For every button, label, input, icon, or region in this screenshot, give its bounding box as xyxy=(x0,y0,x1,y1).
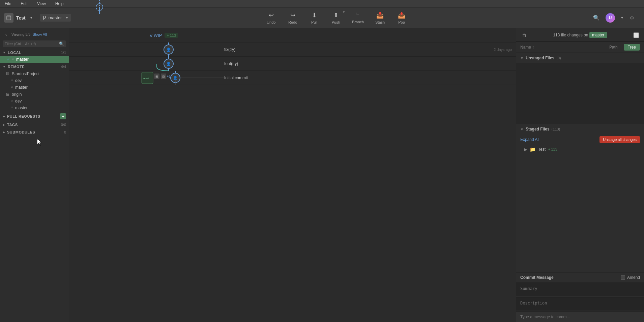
view-tabs: Name ↕ Path Tree xyxy=(516,42,644,53)
user-avatar[interactable]: U xyxy=(606,13,615,23)
redo-button[interactable]: ↪ Redo xyxy=(283,9,303,27)
unstaged-count: (0) xyxy=(556,56,561,60)
local-section-header[interactable]: ▼ LOCAL 1/1 xyxy=(0,49,69,56)
wip-bar[interactable]: // WIP + 113 xyxy=(69,28,516,42)
local-count: 1/1 xyxy=(61,51,66,55)
local-master-label: master xyxy=(16,57,29,62)
commit-description-input[interactable] xyxy=(516,297,644,311)
submodules-count: 0 xyxy=(64,130,66,134)
commit-submit-row xyxy=(516,312,644,322)
sidebar: ‹ Viewing 5/5 Show All 🔍 ▼ LOCAL 1/1 ✓ ⑂… xyxy=(0,28,69,322)
sidebar-remote-stardustproject[interactable]: 🖥 StardustProject xyxy=(0,70,69,77)
commit-message-initial: Initial commit xyxy=(224,76,248,80)
undo-button[interactable]: ↩ Undo xyxy=(261,9,281,27)
test-folder-name: Test xyxy=(538,147,546,152)
sidebar-remote-stardust-master[interactable]: ⑂ master xyxy=(0,84,69,91)
user-dropdown-arrow: ▼ xyxy=(620,16,624,20)
amend-checkbox[interactable] xyxy=(621,275,625,280)
add-pr-button[interactable]: + xyxy=(60,113,66,119)
staged-section-header[interactable]: ▼ Staged Files (113) xyxy=(516,124,644,134)
repo-icon xyxy=(4,13,13,23)
sidebar-remote-origin-dev[interactable]: ⑂ dev xyxy=(0,98,69,105)
filter-search-icon: 🔍 xyxy=(59,41,64,46)
redo-label: Redo xyxy=(288,20,297,24)
commit-row-initial[interactable]: mast... ⊞ ⊡ +1 👤 Initial commit xyxy=(69,71,516,85)
main-layout: ‹ Viewing 5/5 Show All 🔍 ▼ LOCAL 1/1 ✓ ⑂… xyxy=(0,28,644,322)
branch-button[interactable]: ⑂ Branch xyxy=(347,9,369,27)
commit-summary-input[interactable] xyxy=(516,283,644,296)
unstaged-toggle-icon: ▼ xyxy=(520,56,524,60)
stardustproject-label: StardustProject xyxy=(12,71,39,76)
sidebar-item-local-master[interactable]: ✓ ⑂ master xyxy=(0,56,69,63)
remote-branch-icon-1: ⑂ xyxy=(11,79,13,83)
origin-master-icon: ⑂ xyxy=(11,106,13,110)
panel-expand-icon[interactable]: ⬜ xyxy=(632,31,640,39)
commit-row-fix[interactable]: 👤 fix(try) 2 days ago xyxy=(69,42,516,57)
pr-toggle-icon: ▶ xyxy=(3,115,5,118)
menu-help[interactable]: Help xyxy=(53,1,66,7)
file-count-info: 113 file changes on master xyxy=(531,33,629,37)
remote-section-header[interactable]: ▼ REMOTE 4/4 xyxy=(0,63,69,70)
stash-button[interactable]: 📥 Stash xyxy=(370,9,390,27)
branch-icon: ⑂ xyxy=(356,11,360,19)
local-branch-icon: ⑂ xyxy=(12,57,14,61)
redo-icon: ↪ xyxy=(290,11,295,19)
pr-section-title: PULL REQUESTS xyxy=(7,114,40,118)
menu-edit[interactable]: Edit xyxy=(19,1,30,7)
local-toggle-icon: ▼ xyxy=(3,51,6,54)
settings-icon[interactable]: ⚙ xyxy=(628,14,636,22)
server-icon: 🖥 xyxy=(5,71,10,76)
remote-count: 4/4 xyxy=(61,65,66,69)
menu-view[interactable]: View xyxy=(35,1,48,7)
pull-button[interactable]: ⬇ Pull xyxy=(304,9,324,27)
svg-rect-0 xyxy=(7,16,11,20)
amend-row: Amend xyxy=(621,275,640,280)
filter-row: 🔍 xyxy=(3,40,66,47)
sort-icon: ↕ xyxy=(532,45,534,50)
sidebar-remote-origin-master[interactable]: ⑂ master xyxy=(0,105,69,111)
show-all-link[interactable]: Show All xyxy=(33,32,47,36)
folder-icon: 📁 xyxy=(530,147,535,152)
commit-submit-input[interactable] xyxy=(520,315,640,319)
commit-message-fix: fix(try) xyxy=(224,47,235,52)
branch-check-icon: ✓ xyxy=(7,57,10,62)
expand-all-link[interactable]: Expand All xyxy=(520,137,539,142)
sidebar-remote-stardust-dev[interactable]: ⑂ dev xyxy=(0,77,69,84)
submodules-section-header[interactable]: ▶ SUBMODULES 0 xyxy=(0,128,69,136)
unstaged-section-header[interactable]: ▼ Unstaged Files (0) xyxy=(516,53,644,63)
repo-dropdown-arrow: ▼ xyxy=(30,16,33,20)
branch-selector[interactable]: master ▼ xyxy=(40,14,71,22)
name-sort-label: Name xyxy=(520,45,531,50)
add-plus-icon: + xyxy=(548,147,550,151)
pop-button[interactable]: 📤 Pop xyxy=(391,9,412,27)
origin-server-icon: 🖥 xyxy=(5,92,10,97)
file-tree-item-test[interactable]: ▶ 📁 Test + 113 xyxy=(516,145,644,154)
folder-expand-icon: ▶ xyxy=(524,147,527,152)
commit-info-fix: fix(try) 2 days ago xyxy=(224,47,512,52)
remote-section-title: REMOTE xyxy=(8,65,25,69)
pull-requests-header[interactable]: ▶ PULL REQUESTS + xyxy=(0,111,69,121)
sidebar-remote-origin[interactable]: 🖥 origin xyxy=(0,91,69,98)
add-count-value: 113 xyxy=(551,147,557,151)
staged-count: (113) xyxy=(552,127,560,131)
global-search-button[interactable]: 🔍 xyxy=(591,13,602,23)
commit-graph-svg-1: 👤 xyxy=(69,42,224,57)
trash-icon[interactable]: 🗑 xyxy=(520,31,528,39)
push-icon: ⬆ xyxy=(333,11,339,19)
menu-file[interactable]: File xyxy=(3,1,13,7)
back-button[interactable]: ‹ xyxy=(3,31,9,38)
filter-input[interactable] xyxy=(5,42,59,46)
origin-dev-icon: ⑂ xyxy=(11,99,13,103)
local-section-title: LOCAL xyxy=(8,51,21,55)
name-sort-button[interactable]: Name ↕ xyxy=(520,45,534,50)
commit-message-section: Commit Message Amend xyxy=(516,272,644,322)
tags-count: 0/0 xyxy=(61,123,66,127)
tags-section-header[interactable]: ▶ TAGS 0/0 xyxy=(0,121,69,128)
tree-tab[interactable]: Tree xyxy=(624,44,640,51)
path-tab[interactable]: Path xyxy=(605,44,622,51)
unstage-all-button[interactable]: Unstage all changes xyxy=(599,136,640,143)
submodules-toggle-icon: ▶ xyxy=(3,130,5,134)
repo-selector[interactable]: Test ▼ xyxy=(4,13,33,23)
commit-row-feat[interactable]: 👤 feat(try) xyxy=(69,57,516,71)
push-button[interactable]: ⬆ Push ▼ xyxy=(326,9,346,27)
